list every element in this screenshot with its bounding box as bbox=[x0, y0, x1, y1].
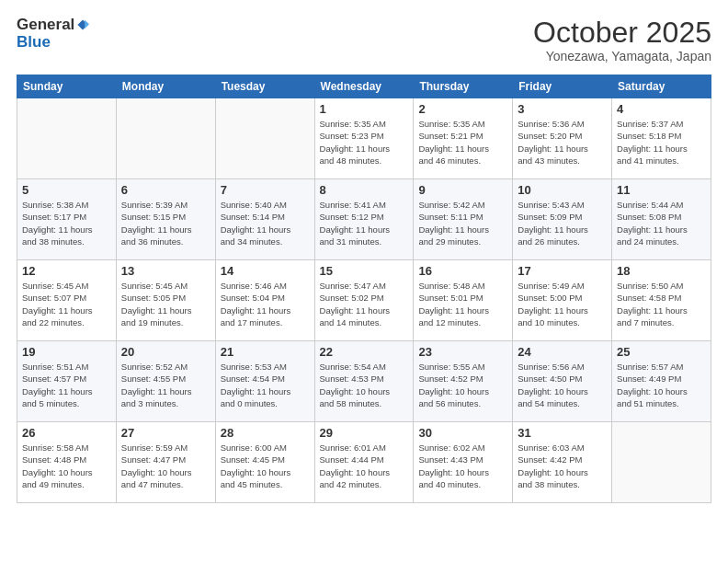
calendar-cell: 10Sunrise: 5:43 AM Sunset: 5:09 PM Dayli… bbox=[513, 179, 612, 260]
calendar-cell: 22Sunrise: 5:54 AM Sunset: 4:53 PM Dayli… bbox=[314, 341, 414, 422]
day-number: 30 bbox=[418, 426, 507, 440]
month-title: October 2025 bbox=[533, 17, 711, 49]
day-number: 23 bbox=[418, 345, 507, 359]
header-monday: Monday bbox=[116, 75, 215, 98]
svg-marker-1 bbox=[85, 20, 89, 29]
day-info: Sunrise: 5:45 AM Sunset: 5:05 PM Dayligh… bbox=[121, 280, 210, 328]
page-container: General Blue October 2025 Yonezawa, Yama… bbox=[0, 0, 728, 512]
day-info: Sunrise: 5:55 AM Sunset: 4:52 PM Dayligh… bbox=[418, 361, 507, 409]
day-number: 20 bbox=[121, 345, 210, 359]
calendar-cell: 29Sunrise: 6:01 AM Sunset: 4:44 PM Dayli… bbox=[314, 422, 414, 503]
calendar-cell: 9Sunrise: 5:42 AM Sunset: 5:11 PM Daylig… bbox=[414, 179, 513, 260]
calendar-cell: 4Sunrise: 5:37 AM Sunset: 5:18 PM Daylig… bbox=[612, 98, 711, 179]
day-number: 10 bbox=[518, 183, 607, 197]
calendar-cell bbox=[215, 98, 314, 179]
day-number: 3 bbox=[518, 102, 607, 116]
logo-general: General bbox=[17, 17, 74, 34]
day-number: 1 bbox=[320, 102, 409, 116]
calendar-cell: 3Sunrise: 5:36 AM Sunset: 5:20 PM Daylig… bbox=[513, 98, 612, 179]
calendar-cell: 23Sunrise: 5:55 AM Sunset: 4:52 PM Dayli… bbox=[414, 341, 513, 422]
day-info: Sunrise: 5:35 AM Sunset: 5:21 PM Dayligh… bbox=[418, 118, 507, 167]
day-number: 16 bbox=[418, 264, 507, 278]
day-number: 12 bbox=[22, 264, 111, 278]
day-info: Sunrise: 5:40 AM Sunset: 5:14 PM Dayligh… bbox=[221, 199, 310, 247]
logo: General Blue bbox=[17, 17, 89, 51]
day-number: 7 bbox=[221, 183, 310, 197]
calendar-cell: 12Sunrise: 5:45 AM Sunset: 5:07 PM Dayli… bbox=[17, 260, 117, 341]
day-number: 6 bbox=[121, 183, 210, 197]
day-info: Sunrise: 5:42 AM Sunset: 5:11 PM Dayligh… bbox=[418, 199, 507, 247]
logo-blue: Blue bbox=[17, 34, 51, 52]
header-thursday: Thursday bbox=[414, 75, 513, 98]
calendar-cell: 24Sunrise: 5:56 AM Sunset: 4:50 PM Dayli… bbox=[513, 341, 612, 422]
header: General Blue October 2025 Yonezawa, Yama… bbox=[17, 17, 711, 63]
logo-icon bbox=[76, 18, 89, 31]
calendar-cell: 13Sunrise: 5:45 AM Sunset: 5:05 PM Dayli… bbox=[116, 260, 215, 341]
day-info: Sunrise: 6:03 AM Sunset: 4:42 PM Dayligh… bbox=[518, 442, 607, 490]
day-info: Sunrise: 5:50 AM Sunset: 4:58 PM Dayligh… bbox=[617, 280, 706, 328]
weekday-header-row: Sunday Monday Tuesday Wednesday Thursday… bbox=[17, 75, 711, 98]
day-number: 18 bbox=[617, 264, 706, 278]
day-number: 29 bbox=[320, 426, 409, 440]
day-info: Sunrise: 5:43 AM Sunset: 5:09 PM Dayligh… bbox=[518, 199, 607, 247]
day-info: Sunrise: 5:54 AM Sunset: 4:53 PM Dayligh… bbox=[320, 361, 409, 409]
day-number: 28 bbox=[221, 426, 310, 440]
calendar-cell: 30Sunrise: 6:02 AM Sunset: 4:43 PM Dayli… bbox=[414, 422, 513, 503]
calendar-cell: 31Sunrise: 6:03 AM Sunset: 4:42 PM Dayli… bbox=[513, 422, 612, 503]
day-number: 11 bbox=[617, 183, 706, 197]
day-info: Sunrise: 5:44 AM Sunset: 5:08 PM Dayligh… bbox=[617, 199, 706, 247]
calendar-table: Sunday Monday Tuesday Wednesday Thursday… bbox=[17, 75, 711, 503]
calendar-cell: 28Sunrise: 6:00 AM Sunset: 4:45 PM Dayli… bbox=[215, 422, 314, 503]
day-number: 31 bbox=[518, 426, 607, 440]
calendar-cell: 25Sunrise: 5:57 AM Sunset: 4:49 PM Dayli… bbox=[612, 341, 711, 422]
header-tuesday: Tuesday bbox=[215, 75, 314, 98]
day-number: 24 bbox=[518, 345, 607, 359]
day-number: 8 bbox=[320, 183, 409, 197]
day-number: 14 bbox=[221, 264, 310, 278]
day-number: 21 bbox=[221, 345, 310, 359]
day-number: 5 bbox=[22, 183, 111, 197]
day-info: Sunrise: 5:35 AM Sunset: 5:23 PM Dayligh… bbox=[320, 118, 409, 167]
day-info: Sunrise: 5:58 AM Sunset: 4:48 PM Dayligh… bbox=[22, 442, 111, 490]
day-number: 2 bbox=[418, 102, 507, 116]
day-info: Sunrise: 6:01 AM Sunset: 4:44 PM Dayligh… bbox=[320, 442, 409, 490]
day-info: Sunrise: 5:45 AM Sunset: 5:07 PM Dayligh… bbox=[22, 280, 111, 328]
calendar-week-5: 26Sunrise: 5:58 AM Sunset: 4:48 PM Dayli… bbox=[17, 422, 711, 503]
day-number: 19 bbox=[22, 345, 111, 359]
calendar-cell: 18Sunrise: 5:50 AM Sunset: 4:58 PM Dayli… bbox=[612, 260, 711, 341]
day-info: Sunrise: 5:38 AM Sunset: 5:17 PM Dayligh… bbox=[22, 199, 111, 247]
calendar-cell: 26Sunrise: 5:58 AM Sunset: 4:48 PM Dayli… bbox=[17, 422, 117, 503]
header-saturday: Saturday bbox=[612, 75, 711, 98]
day-info: Sunrise: 5:52 AM Sunset: 4:55 PM Dayligh… bbox=[121, 361, 210, 409]
day-number: 17 bbox=[518, 264, 607, 278]
day-info: Sunrise: 5:48 AM Sunset: 5:01 PM Dayligh… bbox=[418, 280, 507, 328]
calendar-week-3: 12Sunrise: 5:45 AM Sunset: 5:07 PM Dayli… bbox=[17, 260, 711, 341]
calendar-cell: 27Sunrise: 5:59 AM Sunset: 4:47 PM Dayli… bbox=[116, 422, 215, 503]
day-info: Sunrise: 5:53 AM Sunset: 4:54 PM Dayligh… bbox=[221, 361, 310, 409]
calendar-cell: 1Sunrise: 5:35 AM Sunset: 5:23 PM Daylig… bbox=[314, 98, 414, 179]
day-number: 9 bbox=[418, 183, 507, 197]
location-subtitle: Yonezawa, Yamagata, Japan bbox=[533, 49, 711, 63]
day-number: 22 bbox=[320, 345, 409, 359]
calendar-cell: 14Sunrise: 5:46 AM Sunset: 5:04 PM Dayli… bbox=[215, 260, 314, 341]
calendar-cell: 6Sunrise: 5:39 AM Sunset: 5:15 PM Daylig… bbox=[116, 179, 215, 260]
day-info: Sunrise: 5:51 AM Sunset: 4:57 PM Dayligh… bbox=[22, 361, 111, 409]
day-info: Sunrise: 5:41 AM Sunset: 5:12 PM Dayligh… bbox=[320, 199, 409, 247]
day-info: Sunrise: 5:39 AM Sunset: 5:15 PM Dayligh… bbox=[121, 199, 210, 247]
day-number: 15 bbox=[320, 264, 409, 278]
day-number: 26 bbox=[22, 426, 111, 440]
calendar-week-4: 19Sunrise: 5:51 AM Sunset: 4:57 PM Dayli… bbox=[17, 341, 711, 422]
calendar-week-2: 5Sunrise: 5:38 AM Sunset: 5:17 PM Daylig… bbox=[17, 179, 711, 260]
day-number: 25 bbox=[617, 345, 706, 359]
calendar-cell bbox=[116, 98, 215, 179]
calendar-cell: 8Sunrise: 5:41 AM Sunset: 5:12 PM Daylig… bbox=[314, 179, 414, 260]
calendar-cell: 16Sunrise: 5:48 AM Sunset: 5:01 PM Dayli… bbox=[414, 260, 513, 341]
calendar-cell bbox=[612, 422, 711, 503]
calendar-cell bbox=[17, 98, 117, 179]
day-info: Sunrise: 5:56 AM Sunset: 4:50 PM Dayligh… bbox=[518, 361, 607, 409]
title-block: October 2025 Yonezawa, Yamagata, Japan bbox=[533, 17, 711, 63]
day-info: Sunrise: 5:57 AM Sunset: 4:49 PM Dayligh… bbox=[617, 361, 706, 409]
header-friday: Friday bbox=[513, 75, 612, 98]
calendar-cell: 21Sunrise: 5:53 AM Sunset: 4:54 PM Dayli… bbox=[215, 341, 314, 422]
day-info: Sunrise: 5:36 AM Sunset: 5:20 PM Dayligh… bbox=[518, 118, 607, 167]
